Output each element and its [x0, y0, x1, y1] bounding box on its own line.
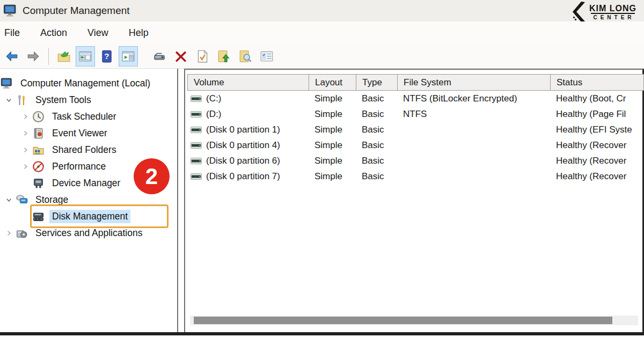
type-cell: Basic	[356, 109, 397, 120]
volume-cell: (D:)	[187, 109, 309, 120]
step-badge: 2	[134, 158, 170, 194]
sidebar-item-shared-folders[interactable]: Shared Folders	[0, 142, 176, 158]
volume-icon	[191, 142, 202, 149]
title-bar: Computer Management KIM LONG CENTER	[0, 0, 644, 21]
clock-icon	[32, 111, 45, 123]
chevron-right-icon[interactable]	[18, 161, 32, 173]
type-cell: Basic	[356, 124, 397, 135]
horizontal-scrollbar[interactable]	[190, 316, 638, 325]
volume-name: (Disk 0 partition 6)	[206, 156, 280, 166]
column-header-status[interactable]: Status	[551, 75, 643, 90]
status-cell: Healthy (Recover	[550, 171, 644, 182]
menu-bar: FileActionViewHelp	[0, 21, 644, 44]
status-cell: Healthy (Recover	[550, 156, 644, 166]
rescan-disks-icon[interactable]	[150, 46, 169, 67]
console-tree-panel: Computer Management (Local)System ToolsT…	[0, 69, 178, 332]
sidebar-item-label: Device Manager	[49, 177, 123, 190]
check-document-icon[interactable]	[193, 46, 212, 67]
computer-management-icon	[3, 4, 17, 18]
column-header-layout[interactable]: Layout	[309, 75, 356, 90]
window-bottom-edge	[0, 332, 644, 335]
table-row[interactable]: (Disk 0 partition 4)SimpleBasicHealthy (…	[187, 137, 644, 153]
brand-subname: CENTER	[591, 13, 634, 20]
window-title: Computer Management	[23, 0, 130, 21]
file-system-cell: NTFS (BitLocker Encrypted)	[397, 93, 550, 104]
shared-folders-icon	[32, 144, 45, 156]
brand-name: KIM LONG	[589, 4, 636, 13]
column-header-file-system[interactable]: File System	[398, 75, 551, 90]
table-row[interactable]: (Disk 0 partition 7)SimpleBasicHealthy (…	[187, 169, 644, 184]
folder-search-icon[interactable]	[236, 46, 255, 67]
storage-icon	[16, 194, 28, 206]
sidebar-item-label: Computer Management (Local)	[18, 77, 153, 90]
table-row[interactable]: (Disk 0 partition 6)SimpleBasicHealthy (…	[187, 153, 644, 169]
sidebar-item-label: Disk Management	[49, 210, 130, 223]
type-cell: Basic	[356, 156, 397, 166]
volume-cell: (Disk 0 partition 1)	[187, 124, 309, 135]
volume-name: (C:)	[206, 93, 221, 104]
sidebar-item-event-viewer[interactable]: Event Viewer	[0, 125, 176, 142]
tools-icon	[16, 94, 28, 106]
volume-icon	[191, 96, 202, 102]
properties-list-icon[interactable]	[257, 46, 276, 67]
toolbar-separator	[48, 48, 49, 65]
chevron-spacer	[18, 211, 32, 223]
help-icon[interactable]: ?	[97, 46, 116, 67]
chevron-right-icon[interactable]	[2, 228, 16, 239]
status-cell: Healthy (Recover	[550, 140, 644, 151]
chevron-right-icon[interactable]	[18, 111, 32, 123]
chevron-spacer	[18, 178, 32, 189]
sidebar-item-computer-management-local[interactable]: Computer Management (Local)	[0, 75, 176, 92]
sidebar-item-label: Services and Applications	[33, 226, 145, 240]
layout-cell: Simple	[309, 124, 356, 135]
table-row[interactable]: (Disk 0 partition 1)SimpleBasicHealthy (…	[187, 122, 644, 137]
volume-name: (Disk 0 partition 4)	[206, 140, 280, 151]
table-body: (C:)SimpleBasicNTFS (BitLocker Encrypted…	[187, 91, 644, 184]
volume-icon	[191, 158, 202, 164]
menu-view[interactable]: View	[87, 27, 108, 39]
chevron-down-icon[interactable]	[2, 194, 16, 206]
device-icon	[32, 177, 45, 189]
table-row[interactable]: (C:)SimpleBasicNTFS (BitLocker Encrypted…	[187, 91, 644, 106]
back-icon[interactable]	[2, 46, 21, 67]
chevron-down-icon[interactable]	[2, 94, 16, 106]
sidebar-item-label: Task Scheduler	[49, 110, 119, 123]
volume-list: VolumeLayoutTypeFile SystemStatus (C:)Si…	[187, 74, 644, 184]
type-cell: Basic	[356, 171, 397, 182]
sidebar-item-label: Event Viewer	[49, 127, 110, 140]
chevron-right-icon[interactable]	[18, 128, 32, 140]
sidebar-item-system-tools[interactable]: System Tools	[0, 92, 176, 108]
volume-cell: (Disk 0 partition 4)	[187, 140, 309, 151]
volume-icon	[191, 127, 202, 133]
layout-cell: Simple	[309, 171, 356, 182]
export-list-icon[interactable]	[54, 46, 74, 67]
table-row[interactable]: (D:)SimpleBasicNTFSHealthy (Page Fil	[187, 106, 644, 122]
delete-icon[interactable]	[171, 46, 191, 67]
disk-icon	[32, 210, 45, 223]
show-console-tree-icon[interactable]	[76, 46, 95, 67]
menu-file[interactable]: File	[4, 27, 20, 39]
sidebar-item-task-scheduler[interactable]: Task Scheduler	[0, 108, 176, 125]
sidebar-item-disk-management[interactable]: Disk Management	[0, 208, 176, 225]
sidebar-item-services-and-applications[interactable]: Services and Applications	[0, 225, 176, 241]
table-header-row: VolumeLayoutTypeFile SystemStatus	[187, 74, 644, 91]
volume-icon	[191, 111, 202, 118]
column-header-type[interactable]: Type	[356, 75, 398, 90]
services-icon	[16, 227, 28, 239]
show-action-pane-icon[interactable]	[119, 46, 138, 67]
volume-cell: (Disk 0 partition 6)	[187, 156, 309, 166]
brand-chevron-icon	[572, 2, 586, 22]
column-header-volume[interactable]: Volume	[188, 75, 309, 90]
forward-icon[interactable]	[24, 46, 43, 67]
layout-cell: Simple	[309, 109, 356, 120]
volume-name: (D:)	[206, 109, 221, 120]
chevron-right-icon[interactable]	[18, 144, 32, 156]
horizontal-scrollbar-thumb[interactable]	[194, 317, 612, 324]
layout-cell: Simple	[309, 93, 356, 104]
folder-up-icon[interactable]	[214, 46, 233, 67]
volume-cell: (C:)	[187, 93, 309, 104]
computer-icon	[1, 77, 13, 90]
menu-help[interactable]: Help	[129, 27, 149, 39]
menu-action[interactable]: Action	[40, 27, 67, 39]
type-cell: Basic	[356, 140, 397, 151]
